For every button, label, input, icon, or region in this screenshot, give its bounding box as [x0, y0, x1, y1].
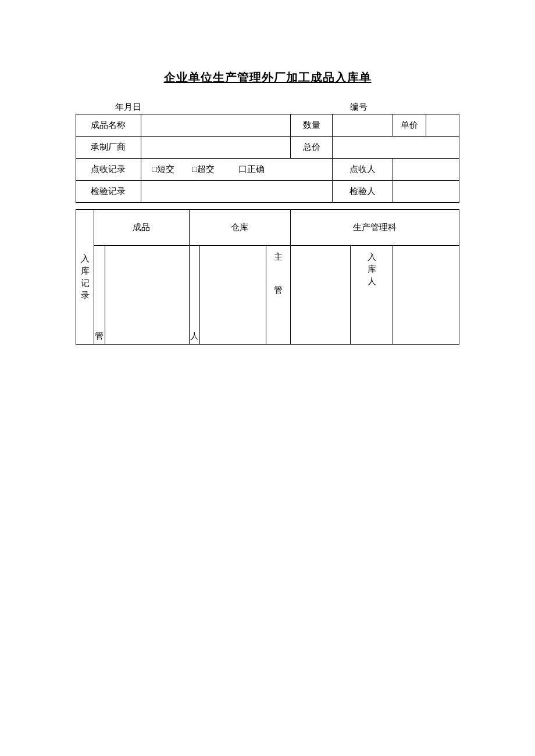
row-vendor: 承制厂商 总价 — [76, 137, 459, 159]
receipt-record-label: 点收记录 — [76, 159, 141, 181]
row-section-body: 管 人 主 管 入 库 人 — [76, 246, 459, 345]
qty-value[interactable] — [333, 114, 393, 137]
row-inspect: 检验记录 检验人 — [76, 181, 459, 203]
receipt-checks[interactable]: □短交 □超交 口正确 — [141, 159, 332, 181]
page-title: 企业单位生产管理外厂加工成品入库单 — [76, 70, 459, 85]
row-product: 成品名称 数量 单价 — [76, 114, 459, 137]
unit-price-label: 单价 — [393, 114, 426, 137]
inspect-record-value[interactable] — [141, 181, 332, 203]
receiver-label: 点收人 — [333, 159, 393, 181]
vendor-label: 承制厂商 — [76, 137, 141, 159]
inspector-value[interactable] — [393, 181, 459, 203]
col-dept: 生产管理科 — [290, 210, 459, 246]
cb-short[interactable]: □短交 — [152, 164, 174, 174]
sub-rukuren-value[interactable] — [393, 246, 459, 345]
cb-correct[interactable]: 口正确 — [238, 164, 265, 174]
meta-row: 年月日 编号 — [76, 102, 459, 113]
unit-price-value[interactable] — [426, 114, 459, 137]
row-receipt: 点收记录 □短交 □超交 口正确 点收人 — [76, 159, 459, 181]
product-name-label: 成品名称 — [76, 114, 141, 137]
total-label: 总价 — [290, 137, 333, 159]
total-value[interactable] — [333, 137, 459, 159]
sub-zhuguan-value[interactable] — [290, 246, 351, 345]
cb-over[interactable]: □超交 — [192, 164, 215, 174]
sub-zhuguan-label: 主 管 — [266, 246, 290, 345]
inspector-label: 检验人 — [333, 181, 393, 203]
qty-label: 数量 — [290, 114, 333, 137]
sub-guan-value[interactable] — [105, 246, 189, 345]
date-label: 年月日 — [80, 102, 338, 113]
inspect-record-label: 检验记录 — [76, 181, 141, 203]
serial-label: 编号 — [338, 102, 455, 113]
col-product: 成品 — [94, 210, 190, 246]
storage-record-label: 入库记录 — [76, 210, 94, 345]
form-table-upper: 成品名称 数量 单价 承制厂商 总价 点收记录 □短交 □超交 口正确 点收 — [76, 114, 459, 345]
gap-row — [76, 203, 459, 210]
receiver-value[interactable] — [393, 159, 459, 181]
row-section-head: 入库记录 成品 仓库 生产管理科 — [76, 210, 459, 246]
sub-guan-label: 管 — [94, 246, 105, 345]
sub-ren-value[interactable] — [200, 246, 266, 345]
col-warehouse: 仓库 — [189, 210, 290, 246]
sub-rukuren-label: 入 库 人 — [351, 246, 393, 345]
sub-ren-label: 人 — [189, 246, 200, 345]
product-name-value[interactable] — [141, 114, 290, 137]
vendor-value[interactable] — [141, 137, 290, 159]
